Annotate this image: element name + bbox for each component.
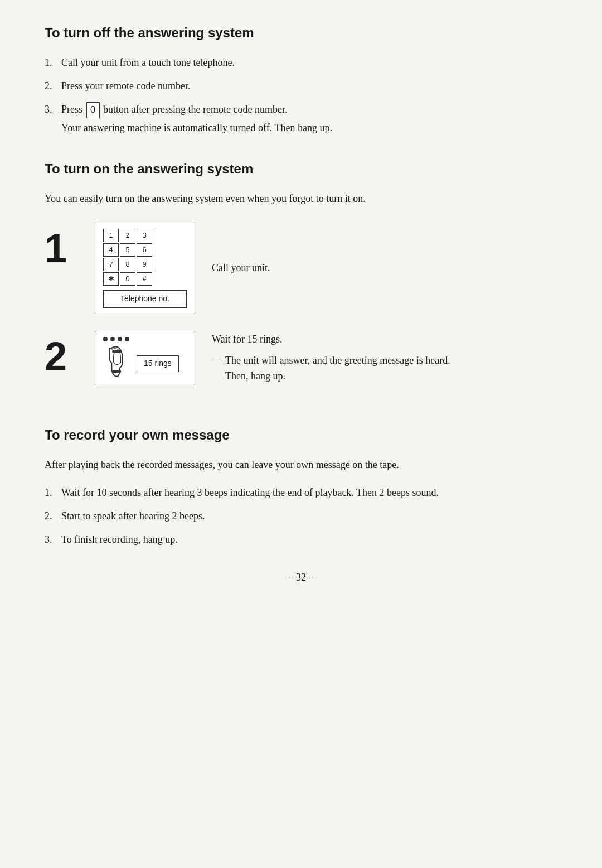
big-step-num-2: 2 [45, 331, 78, 377]
record-step-2: 2. Start to speak after hearing 2 beeps. [45, 509, 557, 524]
record-intro: After playing back the recorded messages… [45, 457, 557, 473]
tel-label: Telephone no. [103, 290, 187, 308]
big-step-num-1: 1 [45, 223, 78, 268]
record-step-3: 3. To finish recording, hang up. [45, 532, 557, 548]
turn-off-step-3: 3. Press 0 button after pressing the rem… [45, 102, 557, 136]
key-1: 1 [103, 229, 119, 242]
step-text: To finish recording, hang up. [61, 532, 557, 548]
turn-off-steps: 1. Call your unit from a touch tone tele… [45, 55, 557, 136]
step-text: Start to speak after hearing 2 beeps. [61, 509, 557, 524]
key-7: 7 [103, 258, 119, 271]
step-number: 3. [45, 532, 57, 548]
step3-after-text: button after pressing the remote code nu… [103, 104, 287, 115]
step-text: Call your unit from a touch tone telepho… [61, 55, 557, 71]
dot-1 [103, 337, 108, 341]
dot-4 [125, 337, 129, 341]
step-number: 2. [45, 79, 57, 94]
step-number: 1. [45, 485, 57, 501]
dot-2 [110, 337, 115, 341]
phone-box: 15 rings [95, 331, 195, 385]
key-6: 6 [137, 243, 152, 257]
step3-press-text: Press [61, 104, 82, 115]
step2-dash-text: The unit will answer, and the greeting m… [225, 353, 450, 384]
dash-symbol: — [212, 353, 222, 369]
dot-3 [118, 337, 122, 341]
rings-label: 15 rings [137, 355, 179, 372]
step1-text: Call your unit. [212, 261, 557, 276]
turn-on-intro: You can easily turn on the answering sys… [45, 191, 557, 207]
key-3: 3 [137, 229, 152, 242]
record-step-1: 1. Wait for 10 seconds after hearing 3 b… [45, 485, 557, 501]
visual-steps: 1 1 2 3 4 5 6 7 8 9 ✱ 0 # Telephone no. [45, 223, 557, 402]
turn-off-step-1: 1. Call your unit from a touch tone tele… [45, 55, 557, 71]
step-number: 2. [45, 509, 57, 524]
section-turn-on-title: To turn on the answering system [45, 158, 557, 179]
step-text: Wait for 10 seconds after hearing 3 beep… [61, 485, 557, 501]
key-0: 0 [86, 102, 100, 118]
step3-line2: Your answering machine is automatically … [61, 120, 557, 136]
phone-icon [103, 346, 131, 379]
section-turn-on: To turn on the answering system You can … [45, 158, 557, 402]
phone-with-rings: 15 rings [103, 346, 187, 379]
section-turn-off: To turn off the answering system 1. Call… [45, 22, 557, 136]
step3-content: Press 0 button after pressing the remote… [61, 102, 557, 136]
step2-main-text: Wait for 15 rings. [212, 332, 557, 348]
section-turn-off-title: To turn off the answering system [45, 22, 557, 43]
keypad-grid: 1 2 3 4 5 6 7 8 9 ✱ 0 # [103, 229, 187, 286]
section-record-title: To record your own message [45, 425, 557, 445]
step2-dash-item: — The unit will answer, and the greeting… [212, 353, 557, 384]
step-text-with-key: Press 0 button after pressing the remote… [61, 102, 557, 136]
section-record: To record your own message After playing… [45, 425, 557, 548]
key-4: 4 [103, 243, 119, 257]
turn-off-step-2: 2. Press your remote code number. [45, 79, 557, 94]
page-number: – 32 – [45, 570, 557, 586]
svg-rect-1 [112, 370, 121, 373]
key-9: 9 [137, 258, 152, 271]
dots-container [103, 337, 187, 341]
key-star: ✱ [103, 272, 119, 286]
key-2: 2 [120, 229, 135, 242]
key-0b: 0 [120, 272, 135, 286]
keypad-box: 1 2 3 4 5 6 7 8 9 ✱ 0 # Telephone no. [95, 223, 195, 314]
key-hash: # [137, 272, 152, 286]
step-number: 1. [45, 55, 57, 71]
step-number: 3. [45, 102, 57, 118]
visual-step-1: 1 1 2 3 4 5 6 7 8 9 ✱ 0 # Telephone no. [45, 223, 557, 314]
step2-text: Wait for 15 rings. — The unit will answe… [212, 332, 557, 384]
record-steps: 1. Wait for 10 seconds after hearing 3 b… [45, 485, 557, 548]
step-text: Press your remote code number. [61, 79, 557, 94]
visual-step-2: 2 [45, 331, 557, 385]
svg-rect-0 [112, 350, 121, 353]
key-8: 8 [120, 258, 135, 271]
step3-line1: Press 0 button after pressing the remote… [61, 102, 557, 118]
key-5: 5 [120, 243, 135, 257]
